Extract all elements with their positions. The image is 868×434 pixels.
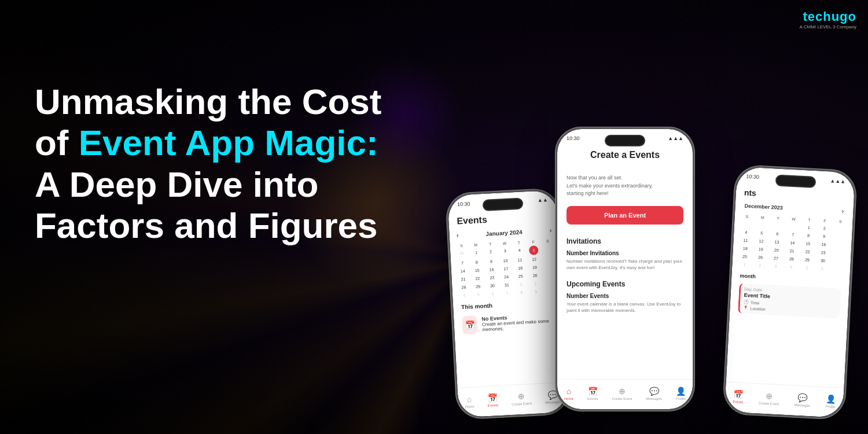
upcoming-events-section-title: Upcoming Events xyxy=(557,275,693,290)
home-icon: ⌂ xyxy=(466,394,472,403)
phone-left-screen: 10:30 ▲▲ Events ‹ January 2024 › S M T xyxy=(447,190,568,417)
phone-center-notch xyxy=(605,135,645,146)
phone-right-cal-next[interactable]: › xyxy=(841,207,844,215)
events-icon: 📅 xyxy=(487,393,498,403)
plan-event-button[interactable]: Plan an Event xyxy=(567,206,683,225)
phone-right-calendar: December 2023 › S M T W T F S 1 2 xyxy=(732,201,854,274)
nav-create-center[interactable]: ⊕ Create Event xyxy=(612,387,632,400)
phone-left-notch xyxy=(482,197,523,211)
phones-container: 10:30 ▲▲ Events ‹ January 2024 › S M T xyxy=(428,35,868,428)
nav-events-center-label: Events xyxy=(587,397,598,400)
phone-right-bottom-nav: 📅 Events ⊕ Create Event 💬 Messages 👤 Pro… xyxy=(724,381,844,418)
messages-icon-right: 💬 xyxy=(797,392,808,402)
nav-create-event-label: Create Event xyxy=(512,402,532,406)
phone-left: 10:30 ▲▲ Events ‹ January 2024 › S M T xyxy=(446,188,570,420)
phone-center-time: 10:30 xyxy=(567,135,580,141)
number-ev-title: Number Events xyxy=(567,293,683,299)
phone-left-no-events: 📅 No Events Create an event and make som… xyxy=(454,307,564,339)
event-time: Time xyxy=(751,300,760,305)
phone-left-cal-grid: S M T W T F S 31 1 2 3 4 5 7 8 9 xyxy=(454,238,557,300)
profile-icon-center: 👤 xyxy=(676,387,686,396)
create-event-icon: ⊕ xyxy=(518,391,525,401)
phone-center-screen: 10:30 ▲▲▲ Create a Events Now that you a… xyxy=(557,129,693,409)
hero-text-block: Unmasking the Cost of Event App Magic: A… xyxy=(35,81,417,246)
event-location: Location xyxy=(750,306,766,311)
nav-profile-right[interactable]: 👤 Profile xyxy=(825,394,836,409)
hero-line-1: Unmasking the Cost xyxy=(35,82,381,122)
no-events-text: No Events Create an event and make some … xyxy=(481,312,556,333)
nav-events-right[interactable]: 📅 Events xyxy=(733,389,744,404)
profile-icon-right: 👤 xyxy=(826,394,836,404)
nav-home-label: Home xyxy=(465,404,475,409)
nav-messages-center-label: Messages xyxy=(646,397,662,400)
create-icon-center: ⊕ xyxy=(619,387,626,396)
phone-center: 10:30 ▲▲▲ Create a Events Now that you a… xyxy=(556,127,694,411)
hero-line-3: A Deep Dive into xyxy=(35,164,318,204)
nav-profile-right-label: Profile xyxy=(825,404,835,409)
phone-right-cal-grid: S M T W T F S 1 2 4 5 6 7 xyxy=(737,213,848,274)
phone-left-cal-next[interactable]: › xyxy=(549,226,552,234)
events-icon-center: 📅 xyxy=(588,387,598,396)
nav-home[interactable]: ⌂ Home xyxy=(465,394,475,409)
nav-events-center[interactable]: 📅 Events xyxy=(587,387,598,400)
nav-profile-center[interactable]: 👤 Profile xyxy=(676,387,686,400)
logo-text-1: tech xyxy=(803,9,831,24)
home-icon-center: ⌂ xyxy=(567,387,571,396)
number-invitations-item: Number Invitations Number Invitations re… xyxy=(557,248,693,275)
phone-right-screen: 10:30 ▲▲▲ nts December 2023 › S M T W T … xyxy=(724,167,855,418)
phone-left-cal-month: January 2024 xyxy=(486,229,523,237)
nav-profile-center-label: Profile xyxy=(676,397,686,400)
number-inv-title: Number Invitations xyxy=(567,250,683,256)
hero-line-2-cyan: Event App Magic: xyxy=(79,123,378,163)
hero-line-2-white: of xyxy=(35,123,79,163)
nav-events[interactable]: 📅 Events xyxy=(487,393,499,407)
invitations-section-title: Invitations xyxy=(557,233,693,248)
phone-right-cal-month: December 2023 xyxy=(744,203,782,211)
phone-right-signal: ▲▲▲ xyxy=(830,178,845,184)
number-inv-desc: Number Invitations received? Take charge… xyxy=(567,258,683,271)
phone-left-time: 10:30 xyxy=(457,201,470,207)
logo: techugo xyxy=(803,9,856,24)
nav-events-label: Events xyxy=(488,403,499,407)
create-icon-right: ⊕ xyxy=(766,391,773,401)
phone-right-event-card: Day, Date Event Title 🕐 Time 📍 Location xyxy=(738,283,841,318)
logo-subtitle: A CMMI LEVEL 3 Company xyxy=(800,24,856,30)
logo-text-2: ugo xyxy=(832,9,856,24)
nav-messages-right-label: Messages xyxy=(794,403,810,407)
create-events-title: Create a Events xyxy=(567,150,683,160)
phone-right: 10:30 ▲▲▲ nts December 2023 › S M T W T … xyxy=(723,165,857,420)
phone-left-signal: ▲▲ xyxy=(538,197,548,203)
nav-home-center[interactable]: ⌂ Home xyxy=(564,387,573,400)
clock-icon: 🕐 xyxy=(744,300,749,304)
location-icon: 📍 xyxy=(743,306,748,310)
phone-right-time: 10:30 xyxy=(746,174,759,180)
phone-right-notch xyxy=(775,174,816,188)
nav-create-center-label: Create Event xyxy=(612,397,632,400)
messages-icon-center: 💬 xyxy=(649,387,659,396)
nav-create-event[interactable]: ⊕ Create Event xyxy=(511,391,532,406)
no-events-icon: 📅 xyxy=(462,315,478,334)
events-icon-right: 📅 xyxy=(733,389,744,399)
hero-line-4: Factors and Figures xyxy=(35,205,378,245)
nav-messages-center[interactable]: 💬 Messages xyxy=(646,387,662,400)
nav-create-right-label: Create Event xyxy=(759,401,779,406)
phone-center-subtitle: Now that you are all set. Let's make you… xyxy=(557,174,693,198)
phone-center-bottom-nav: ⌂ Home 📅 Events ⊕ Create Event 💬 Message… xyxy=(557,379,693,409)
nav-home-center-label: Home xyxy=(564,397,573,400)
nav-messages-right[interactable]: 💬 Messages xyxy=(794,392,811,407)
subtitle-line2: Let's make your events extraordinary, xyxy=(567,183,653,189)
phone-left-header-text: Events xyxy=(457,215,487,226)
number-ev-desc: Your event calendar is a blank canvas. U… xyxy=(567,301,683,314)
phone-center-signal: ▲▲▲ xyxy=(668,135,683,141)
phone-left-calendar: ‹ January 2024 › S M T W T F S 31 1 2 3 … xyxy=(449,226,562,300)
phone-left-bottom-nav: ⌂ Home 📅 Events ⊕ Create Event 💬 Message… xyxy=(457,382,568,418)
subtitle-line1: Now that you are all set. xyxy=(567,175,623,181)
nav-events-right-label: Events xyxy=(733,400,744,404)
phone-left-cal-prev[interactable]: ‹ xyxy=(456,231,459,239)
nav-create-right[interactable]: ⊕ Create Event xyxy=(759,391,779,406)
number-events-item: Number Events Your event calendar is a b… xyxy=(557,290,693,318)
subtitle-line3: starting right here! xyxy=(567,190,609,196)
